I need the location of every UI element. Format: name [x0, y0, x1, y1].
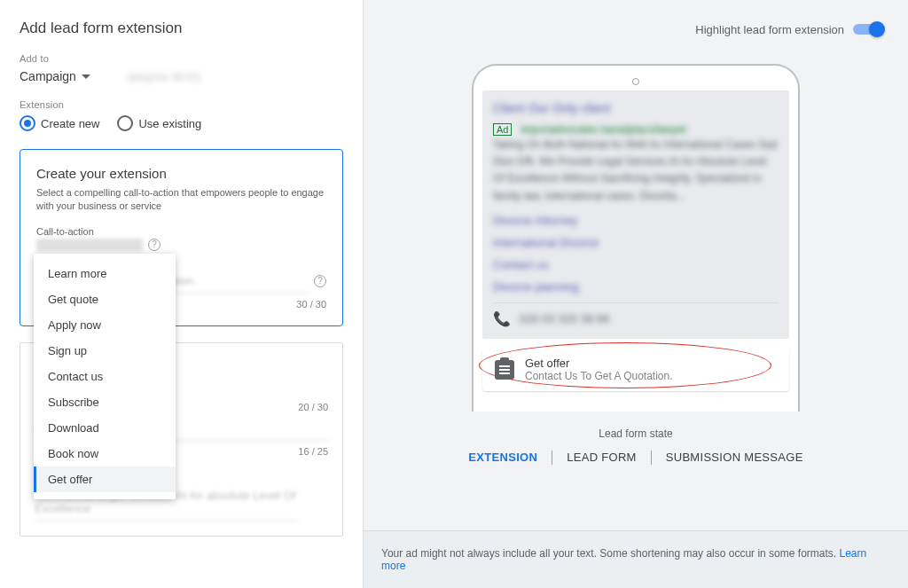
ad-sitelink: International Divorce: [493, 236, 779, 249]
cta-dropdown[interactable]: [36, 239, 143, 251]
radio-icon: [117, 115, 133, 131]
ad-sitelink: Divorce Attorney: [493, 214, 779, 227]
help-icon[interactable]: ?: [148, 239, 160, 251]
radio-use-existing-label: Use existing: [138, 117, 201, 130]
speaker-icon: [632, 78, 639, 85]
tab-extension[interactable]: EXTENSION: [454, 447, 552, 467]
highlight-toggle[interactable]: [853, 21, 883, 37]
cta-option-get-quote[interactable]: Get quote: [34, 286, 176, 312]
ad-sitelink: Divorce planning: [493, 280, 779, 294]
cta-option-book-now[interactable]: Book now: [34, 441, 176, 466]
cta-option-sign-up[interactable]: Sign up: [34, 338, 176, 364]
chevron-down-icon: [82, 74, 90, 79]
tab-submission-message[interactable]: SUBMISSION MESSAGE: [652, 447, 818, 467]
help-icon[interactable]: ?: [314, 275, 326, 287]
addto-label: Add to: [20, 53, 343, 64]
phone-preview: Client Our Only client Ad keyuriadvocate…: [472, 64, 800, 412]
radio-use-existing[interactable]: Use existing: [117, 115, 201, 131]
cta-option-subscribe[interactable]: Subscribe: [34, 389, 176, 415]
offer-subtitle: Contact Us To Get A Quotation.: [525, 370, 673, 382]
ad-body: Taking On Both National As Well As Inter…: [493, 137, 779, 205]
lead-form-preview: Get offer Contact Us To Get A Quotation.: [482, 348, 789, 391]
ad-preview-card: Client Our Only client Ad keyuriadvocate…: [482, 90, 789, 339]
lead-form-state-label: Lead form state: [364, 427, 908, 440]
ad-sitelink: Contact us: [493, 258, 779, 271]
cta-option-contact-us[interactable]: Contact us: [34, 364, 176, 389]
cta-option-download[interactable]: Download: [34, 415, 176, 441]
extension-label: Extension: [20, 99, 343, 110]
radio-icon: [20, 115, 35, 131]
radio-create-new-label: Create new: [41, 117, 99, 130]
addto-dropdown[interactable]: Campaign: [20, 69, 90, 83]
page-title: Add lead form extension: [20, 20, 343, 37]
card-heading: Create your extension: [36, 166, 326, 181]
highlight-label: Highlight lead form extension: [695, 23, 844, 36]
footer-text: Your ad might not always include all you…: [381, 547, 836, 560]
phone-icon: 📞: [493, 310, 511, 327]
offer-title: Get offer: [525, 357, 673, 370]
phone-number: 020 03 320 39 88: [520, 312, 609, 325]
ad-url: keyuriadvocates baradplacs/lawyer: [521, 123, 687, 136]
cta-dropdown-menu: Learn more Get quote Apply now Sign up C…: [34, 254, 176, 499]
ad-badge: Ad: [493, 123, 512, 136]
addto-value: Campaign: [20, 69, 76, 83]
cta-label: Call-to-action: [36, 226, 326, 237]
ad-title: Client Our Only client: [493, 101, 779, 115]
cta-option-apply-now[interactable]: Apply now: [34, 312, 176, 338]
cta-option-learn-more[interactable]: Learn more: [34, 261, 176, 286]
tab-lead-form[interactable]: LEAD FORM: [552, 447, 651, 467]
addto-context: adcprns 30 01: [128, 70, 200, 83]
radio-create-new[interactable]: Create new: [20, 115, 99, 131]
footer-note: Your ad might not always include all you…: [364, 530, 908, 588]
form-icon: [495, 360, 514, 380]
cta-option-get-offer[interactable]: Get offer: [34, 466, 176, 492]
card-description: Select a compelling call-to-action that …: [36, 186, 326, 214]
